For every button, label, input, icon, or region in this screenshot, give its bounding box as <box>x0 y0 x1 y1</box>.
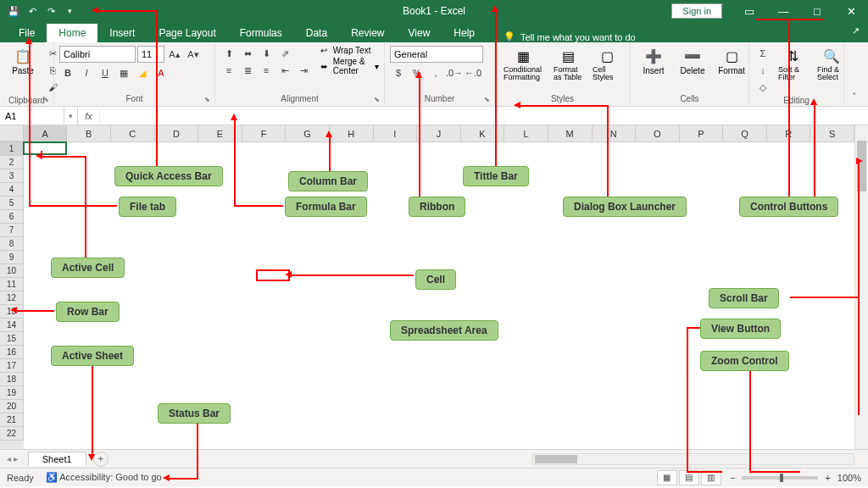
column-header[interactable]: Q <box>723 125 767 141</box>
sheet-nav[interactable]: ◂ ▸ <box>0 454 25 463</box>
row-header[interactable]: 4 <box>0 183 24 197</box>
row-header[interactable]: 19 <box>0 386 24 400</box>
row-header[interactable]: 14 <box>0 319 24 332</box>
view-normal-button[interactable]: ▦ <box>657 470 677 485</box>
row-header[interactable]: 1 <box>0 142 24 156</box>
cell-styles-button[interactable]: ▢Cell Styles <box>589 46 625 83</box>
align-left-icon[interactable]: ≡ <box>220 63 237 78</box>
delete-cells-button[interactable]: ➖Delete <box>675 46 710 77</box>
row-header[interactable]: 7 <box>0 224 24 237</box>
row-header[interactable]: 21 <box>0 413 24 427</box>
horizontal-scroll-thumb[interactable] <box>535 455 577 463</box>
redo-icon[interactable]: ↷ <box>44 4 58 18</box>
save-icon[interactable]: 💾 <box>7 4 20 18</box>
row-header[interactable]: 18 <box>0 373 24 386</box>
find-select-button[interactable]: 🔍Find & Select <box>814 46 849 83</box>
decrease-indent-icon[interactable]: ⇤ <box>276 63 293 78</box>
conditional-formatting-button[interactable]: ▦Conditional Formatting <box>500 46 547 83</box>
align-top-icon[interactable]: ⬆ <box>220 46 237 61</box>
column-header[interactable]: M <box>548 125 593 141</box>
zoom-out-button[interactable]: − <box>730 473 735 483</box>
row-header[interactable]: 3 <box>0 169 24 183</box>
row-header[interactable]: 12 <box>0 291 24 305</box>
horizontal-scrollbar[interactable] <box>532 453 854 465</box>
column-header[interactable]: J <box>417 125 461 141</box>
name-box-dropdown-icon[interactable]: ▾ <box>64 107 78 125</box>
font-dialog-launcher-icon[interactable]: ⬊ <box>204 96 213 104</box>
tab-page-layout[interactable]: Page Layout <box>147 24 227 42</box>
paste-button[interactable]: 📋 Paste <box>5 46 41 77</box>
qat-customize-icon[interactable]: ▾ <box>63 4 76 18</box>
font-color-icon[interactable]: A <box>153 65 170 80</box>
italic-button[interactable]: I <box>78 65 95 80</box>
sign-in-button[interactable]: Sign in <box>671 3 722 19</box>
tab-home[interactable]: Home <box>47 24 97 42</box>
decrease-font-icon[interactable]: A▾ <box>185 47 202 62</box>
row-header[interactable]: 10 <box>0 264 24 278</box>
column-header[interactable]: P <box>680 125 724 141</box>
format-as-table-button[interactable]: ▤Format as Table <box>550 46 586 83</box>
row-header[interactable]: 11 <box>0 278 24 291</box>
tab-help[interactable]: Help <box>442 24 487 42</box>
insert-function-icon[interactable]: fx <box>78 107 100 125</box>
column-header[interactable]: I <box>374 125 418 141</box>
fill-color-icon[interactable]: ◢ <box>134 65 151 80</box>
column-header[interactable]: B <box>67 125 111 141</box>
number-dialog-launcher-icon[interactable]: ⬊ <box>484 96 492 104</box>
wrap-text-button[interactable]: ↩ Wrap Text <box>320 46 379 55</box>
align-middle-icon[interactable]: ⬌ <box>239 46 256 61</box>
column-header[interactable]: L <box>504 125 548 141</box>
column-header[interactable]: O <box>636 125 680 141</box>
tab-view[interactable]: View <box>397 24 442 42</box>
zoom-slider[interactable] <box>742 476 818 480</box>
sheet-tab-active[interactable]: Sheet1 <box>28 452 86 466</box>
add-sheet-button[interactable]: + <box>93 452 108 467</box>
name-box[interactable]: A1 <box>0 107 64 125</box>
border-icon[interactable]: ▦ <box>115 65 132 80</box>
orientation-icon[interactable]: ⇗ <box>276 46 293 61</box>
align-center-icon[interactable]: ≣ <box>239 63 256 78</box>
row-header[interactable]: 17 <box>0 359 24 373</box>
zoom-in-button[interactable]: + <box>825 473 830 483</box>
comma-icon[interactable]: , <box>427 65 444 80</box>
row-header[interactable]: 8 <box>0 237 24 251</box>
autosum-icon[interactable]: Σ <box>754 46 771 61</box>
column-header[interactable]: E <box>198 125 242 141</box>
decrease-decimal-icon[interactable]: ←.0 <box>465 65 481 80</box>
clear-icon[interactable]: ◇ <box>754 80 771 95</box>
increase-indent-icon[interactable]: ⇥ <box>295 63 312 78</box>
close-icon[interactable]: ✕ <box>834 0 868 22</box>
column-header[interactable]: D <box>155 125 199 141</box>
undo-icon[interactable]: ↶ <box>25 4 39 18</box>
column-header[interactable]: G <box>286 125 330 141</box>
increase-decimal-icon[interactable]: .0→ <box>446 65 463 80</box>
status-accessibility[interactable]: ♿ Accessibility: Good to go <box>46 472 162 483</box>
share-icon[interactable]: ↗ <box>852 25 860 36</box>
row-header[interactable]: 20 <box>0 400 24 413</box>
tell-me-search[interactable]: 💡 Tell me what you want to do <box>504 31 636 42</box>
tab-data[interactable]: Data <box>294 24 339 42</box>
column-header[interactable]: C <box>111 125 155 141</box>
row-header[interactable]: 6 <box>0 210 24 224</box>
column-header[interactable]: N <box>593 125 637 141</box>
font-size-input[interactable] <box>137 46 164 63</box>
sort-filter-button[interactable]: ⇅Sort & Filter <box>775 46 810 83</box>
increase-font-icon[interactable]: A▴ <box>166 47 183 62</box>
underline-button[interactable]: U <box>97 65 114 80</box>
bold-button[interactable]: B <box>59 65 76 80</box>
align-bottom-icon[interactable]: ⬇ <box>258 46 275 61</box>
row-header[interactable]: 15 <box>0 332 24 346</box>
row-header[interactable]: 2 <box>0 156 24 169</box>
tab-formulas[interactable]: Formulas <box>228 24 294 42</box>
row-header[interactable]: 22 <box>0 427 24 441</box>
tab-insert[interactable]: Insert <box>97 24 147 42</box>
row-header[interactable]: 5 <box>0 197 24 210</box>
fill-icon[interactable]: ↓ <box>754 63 771 78</box>
merge-center-button[interactable]: ⬌ Merge & Center ▾ <box>320 57 379 75</box>
formula-bar-input[interactable] <box>100 107 868 125</box>
insert-cells-button[interactable]: ➕Insert <box>636 46 671 77</box>
number-format-select[interactable] <box>390 46 483 63</box>
column-header[interactable]: H <box>330 125 374 141</box>
column-header[interactable]: K <box>461 125 505 141</box>
zoom-level[interactable]: 100% <box>837 473 861 483</box>
